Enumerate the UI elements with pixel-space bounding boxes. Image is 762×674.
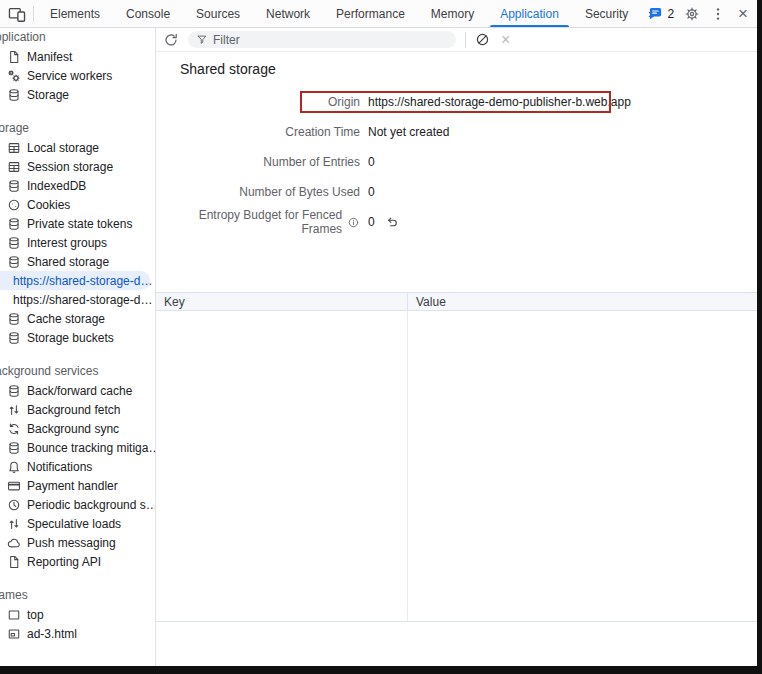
devtools-tab-bar: ElementsConsoleSourcesNetworkPerformance…: [0, 0, 757, 28]
database-icon: [7, 384, 21, 398]
filter-box[interactable]: [188, 31, 456, 48]
sidebar-item-private-state-tokens[interactable]: Private state tokens: [0, 214, 155, 233]
sidebar-item-back-forward-cache[interactable]: Back/forward cache: [0, 381, 155, 400]
field-label: Origin: [156, 95, 360, 109]
datagrid-body[interactable]: [156, 311, 757, 621]
info-icon[interactable]: [347, 216, 360, 229]
gear-icon[interactable]: [684, 6, 700, 22]
field-label-text: Number of Entries: [263, 155, 360, 169]
sidebar-item-interest-groups[interactable]: Interest groups: [0, 233, 155, 252]
three-dot-menu-icon[interactable]: [710, 6, 726, 22]
close-devtools-button[interactable]: ×: [736, 5, 750, 22]
sidebar-section-storage: StorageLocal storageSession storageIndex…: [0, 119, 155, 347]
application-sidebar: ApplicationManifestService workersStorag…: [0, 28, 156, 666]
clock-icon: [7, 498, 21, 512]
sidebar-item-session-storage[interactable]: Session storage: [0, 157, 155, 176]
metadata-list: Originhttps://shared-storage-demo-publis…: [156, 93, 757, 243]
sidebar-item-local-storage[interactable]: Local storage: [0, 138, 155, 157]
tab-strip: ElementsConsoleSourcesNetworkPerformance…: [37, 0, 641, 27]
sidebar-item-label: Shared storage: [27, 255, 109, 269]
sidebar-item-background-fetch[interactable]: Background fetch: [0, 400, 155, 419]
field-label-text: Number of Bytes Used: [239, 185, 360, 199]
sidebar-item-payment-handler[interactable]: Payment handler: [0, 476, 155, 495]
sidebar-item-cookies[interactable]: Cookies: [0, 195, 155, 214]
sidebar-item-periodic-background-s[interactable]: Periodic background s…: [0, 495, 155, 514]
tab-network[interactable]: Network: [253, 0, 323, 27]
sidebar-item-storage-buckets[interactable]: Storage buckets: [0, 328, 155, 347]
tab-memory[interactable]: Memory: [418, 0, 487, 27]
sidebar-item-label: IndexedDB: [27, 179, 86, 193]
tab-sources[interactable]: Sources: [183, 0, 253, 27]
sidebar-item-label: Interest groups: [27, 236, 107, 250]
sidebar-item-label: Periodic background s…: [27, 498, 156, 512]
tab-label: Application: [500, 7, 559, 21]
sidebar-item-label: Push messaging: [27, 536, 116, 550]
sidebar-item-bounce-tracking-mitiga[interactable]: Bounce tracking mitiga…: [0, 438, 155, 457]
tab-label: Memory: [431, 7, 474, 21]
sidebar-item-shared-storage[interactable]: Shared storage: [0, 252, 155, 271]
tab-security[interactable]: Security: [572, 0, 641, 27]
sidebar-item-https-shared-storage-d[interactable]: https://shared-storage-d…: [0, 290, 155, 309]
sidebar-item-cache-storage[interactable]: Cache storage: [0, 309, 155, 328]
sidebar-item-service-workers[interactable]: Service workers: [0, 66, 155, 85]
field-label: Number of Bytes Used: [156, 185, 360, 199]
field-label: Number of Entries: [156, 155, 360, 169]
refresh-icon[interactable]: [163, 32, 179, 48]
tab-label: Performance: [336, 7, 405, 21]
column-header-key[interactable]: Key: [156, 293, 408, 310]
clear-button[interactable]: ×: [501, 32, 510, 48]
arrows-up-down-icon: [7, 403, 21, 417]
sidebar-item-https-shared-storage-d[interactable]: https://shared-storage-d…: [0, 271, 150, 290]
undo-icon[interactable]: [385, 215, 399, 229]
block-icon[interactable]: [475, 32, 490, 47]
sidebar-item-storage[interactable]: Storage: [0, 85, 155, 104]
sidebar-item-label: Bounce tracking mitiga…: [27, 441, 156, 455]
database-icon: [7, 255, 21, 269]
tab-application[interactable]: Application: [487, 0, 572, 27]
database-icon: [7, 236, 21, 250]
iframe-icon: [7, 627, 21, 641]
database-icon: [7, 441, 21, 455]
sidebar-section-application: ApplicationManifestService workersStorag…: [0, 28, 155, 104]
sidebar-item-label: Reporting API: [27, 555, 101, 569]
field-row-origin: Originhttps://shared-storage-demo-publis…: [156, 93, 757, 111]
sidebar-item-speculative-loads[interactable]: Speculative loads: [0, 514, 155, 533]
filter-input[interactable]: [213, 33, 448, 47]
tab-elements[interactable]: Elements: [37, 0, 113, 27]
field-label-text: Origin: [328, 95, 360, 109]
tab-label: Security: [585, 7, 628, 21]
sidebar-item-indexeddb[interactable]: IndexedDB: [0, 176, 155, 195]
shared-storage-datagrid: Key Value: [156, 292, 757, 622]
sidebar-item-label: Notifications: [27, 460, 92, 474]
database-icon: [7, 179, 21, 193]
sidebar-item-label: Manifest: [27, 50, 72, 64]
database-icon: [7, 312, 21, 326]
tab-label: Elements: [50, 7, 100, 21]
issues-button[interactable]: 2: [648, 6, 674, 21]
devtools-window: ElementsConsoleSourcesNetworkPerformance…: [0, 0, 762, 674]
sidebar-item-top[interactable]: top: [0, 605, 155, 624]
window-right-edge: [757, 0, 762, 674]
sidebar-item-push-messaging[interactable]: Push messaging: [0, 533, 155, 552]
filter-funnel-icon: [196, 34, 208, 46]
sidebar-item-label: Speculative loads: [27, 517, 121, 531]
tab-console[interactable]: Console: [113, 0, 183, 27]
sidebar-item-reporting-api[interactable]: Reporting API: [0, 552, 155, 571]
sidebar-item-label: Payment handler: [27, 479, 118, 493]
sidebar-item-background-sync[interactable]: Background sync: [0, 419, 155, 438]
tab-performance[interactable]: Performance: [323, 0, 418, 27]
column-header-value[interactable]: Value: [408, 293, 757, 310]
document-icon: [7, 555, 21, 569]
issues-bubble-icon: [648, 6, 663, 21]
table-icon: [7, 141, 21, 155]
section-header-application: Application: [0, 28, 155, 47]
field-value: Not yet created: [368, 125, 449, 139]
sidebar-item-label: https://shared-storage-d…: [13, 293, 152, 307]
device-toolbar-icon[interactable]: [8, 5, 26, 23]
sidebar-item-notifications[interactable]: Notifications: [0, 457, 155, 476]
tab-label: Network: [266, 7, 310, 21]
payment-card-icon: [7, 479, 21, 493]
database-icon: [7, 88, 21, 102]
sidebar-item-ad-3-html[interactable]: ad-3.html: [0, 624, 155, 643]
sidebar-item-manifest[interactable]: Manifest: [0, 47, 155, 66]
